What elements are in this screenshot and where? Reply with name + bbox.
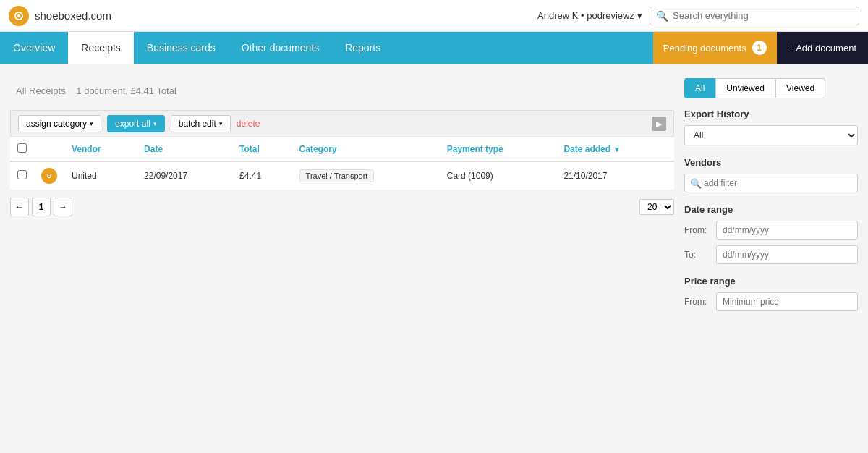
row-vendor-cell: United: [64, 161, 137, 190]
navbar: Overview Receipts Business cards Other d…: [0, 32, 868, 64]
nav-item-overview[interactable]: Overview: [0, 32, 68, 64]
row-vendor-icon-cell: U: [34, 161, 64, 190]
filter-tab-unviewed[interactable]: Unviewed: [715, 78, 775, 98]
filter-tab-all[interactable]: All: [684, 78, 715, 98]
collapse-panel-button[interactable]: ▶: [652, 117, 666, 131]
date-added-header[interactable]: Date added ▼: [556, 137, 674, 161]
nav-items: Overview Receipts Business cards Other d…: [0, 32, 653, 64]
topbar-right: Andrew K • podreviewz ▾ 🔍: [537, 7, 859, 25]
date-added-sort-icon: ▼: [613, 145, 621, 153]
receipts-table: Vendor Date Total Category Payment type: [10, 137, 674, 190]
date-to-label: To:: [684, 250, 710, 260]
category-header: Category: [292, 137, 440, 161]
date-from-input[interactable]: [716, 221, 858, 240]
toolbar: assign category ▾ export all ▾ batch edi…: [10, 110, 674, 137]
add-doc-label: + Add document: [788, 43, 856, 54]
price-from-input[interactable]: [716, 292, 858, 311]
user-caret-icon: ▾: [637, 10, 642, 21]
delete-button[interactable]: delete: [237, 119, 260, 129]
nav-item-business-cards[interactable]: Business cards: [134, 32, 229, 64]
category-badge: Travel / Transport: [299, 169, 375, 182]
table-header-row: Vendor Date Total Category Payment type: [10, 137, 674, 161]
page-title: All Receipts 1 document, £4.41 Total: [10, 78, 674, 98]
date-to-input[interactable]: [716, 245, 858, 264]
assign-category-button[interactable]: assign category ▾: [18, 115, 101, 132]
vendors-filter-wrap: 🔍: [684, 174, 858, 192]
payment-type-header: Payment type: [440, 137, 557, 161]
logo-icon: [9, 6, 29, 26]
nav-right: Pending documents 1 + Add document: [653, 32, 868, 64]
export-history-label: Export History: [684, 109, 858, 119]
batch-edit-caret-icon: ▾: [219, 120, 223, 127]
page-subtitle: 1 document, £4.41 Total: [76, 85, 176, 96]
nav-item-reports[interactable]: Reports: [332, 32, 393, 64]
pagination-current-page[interactable]: 1: [32, 198, 51, 216]
add-document-button[interactable]: + Add document: [777, 32, 868, 64]
pagination-next-button[interactable]: →: [54, 198, 72, 216]
pagination: ← 1 → 20: [10, 198, 674, 216]
row-payment-type-cell: Card (1009): [440, 161, 557, 190]
price-from-row: From:: [684, 292, 858, 311]
price-range-section: Price range From:: [684, 276, 858, 311]
user-label: Andrew K • podreviewz: [537, 10, 634, 21]
user-info[interactable]: Andrew K • podreviewz ▾: [537, 10, 642, 21]
date-to-row: To:: [684, 245, 858, 264]
logo-text: shoeboxed.com: [35, 9, 111, 22]
date-range-section: Date range From: To:: [684, 204, 858, 264]
nav-item-other-documents[interactable]: Other documents: [229, 32, 332, 64]
date-from-label: From:: [684, 225, 710, 235]
pending-label: Pending documents: [663, 43, 746, 54]
search-input[interactable]: [673, 10, 853, 21]
assign-category-caret-icon: ▾: [90, 120, 93, 127]
topbar: shoeboxed.com Andrew K • podreviewz ▾ 🔍: [0, 0, 868, 32]
select-all-header: [10, 137, 34, 161]
row-total-cell: £4.41: [232, 161, 292, 190]
vendors-filter-input[interactable]: [684, 174, 858, 192]
vendor-icon: U: [41, 168, 57, 184]
total-header: Total: [232, 137, 292, 161]
vendors-search-icon: 🔍: [690, 178, 702, 189]
icon-header: [34, 137, 64, 161]
pending-badge: 1: [752, 41, 767, 55]
vendors-section: Vendors 🔍: [684, 157, 858, 192]
export-history-select[interactable]: All: [684, 125, 858, 145]
pagination-prev-button[interactable]: ←: [10, 198, 29, 216]
date-from-row: From:: [684, 221, 858, 240]
date-range-label: Date range: [684, 204, 858, 215]
price-range-label: Price range: [684, 276, 858, 287]
nav-item-receipts[interactable]: Receipts: [68, 32, 133, 64]
row-category-cell: Travel / Transport: [292, 161, 440, 190]
pending-documents-button[interactable]: Pending documents 1: [653, 32, 777, 64]
select-all-checkbox[interactable]: [17, 143, 27, 153]
export-all-button[interactable]: export all ▾: [107, 115, 165, 132]
vendor-header: Vendor: [64, 137, 137, 161]
svg-point-2: [17, 14, 20, 17]
logo-area: shoeboxed.com: [9, 6, 111, 26]
main-container: All Receipts 1 document, £4.41 Total ass…: [0, 64, 868, 333]
filter-tab-viewed[interactable]: Viewed: [775, 78, 825, 98]
date-header: Date: [137, 137, 232, 161]
row-date-added-cell: 21/10/2017: [556, 161, 674, 190]
search-box: 🔍: [650, 7, 859, 25]
table-row: U United 22/09/2017 £4.41 Travel / Trans…: [10, 161, 674, 190]
filter-tabs: All Unviewed Viewed: [684, 78, 858, 98]
export-history-section: Export History All: [684, 109, 858, 145]
export-all-caret-icon: ▾: [153, 120, 157, 127]
vendors-label: Vendors: [684, 157, 858, 168]
content-area: All Receipts 1 document, £4.41 Total ass…: [10, 78, 674, 323]
batch-edit-button[interactable]: batch edit ▾: [171, 115, 231, 132]
price-from-label: From:: [684, 297, 710, 307]
per-page-select[interactable]: 20: [639, 199, 674, 215]
search-icon: 🔍: [656, 10, 668, 22]
row-date-cell: 22/09/2017: [137, 161, 232, 190]
row-checkbox[interactable]: [17, 170, 27, 179]
page-header: All Receipts 1 document, £4.41 Total: [10, 78, 674, 98]
row-checkbox-cell: [10, 161, 34, 190]
sidebar-panel: All Unviewed Viewed Export History All V…: [684, 78, 858, 323]
